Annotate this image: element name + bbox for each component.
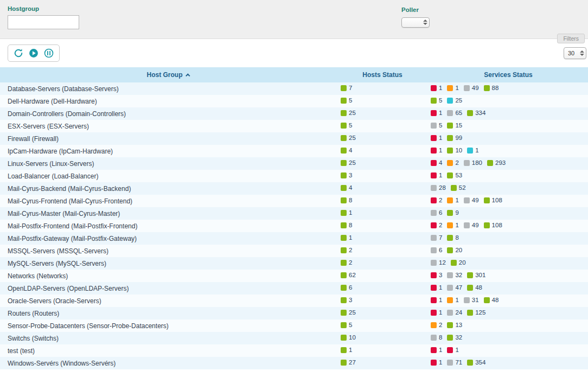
status-badge-red[interactable]: 1: [431, 147, 442, 153]
status-badge-green[interactable]: 5: [341, 122, 352, 129]
status-badge-green[interactable]: 1: [341, 347, 352, 353]
status-badge-red[interactable]: 4: [431, 159, 442, 166]
filters-button[interactable]: Filters: [557, 34, 585, 43]
status-badge-red[interactable]: 1: [431, 110, 442, 116]
status-badge-gray[interactable]: 31: [464, 297, 479, 303]
status-badge-green[interactable]: 125: [467, 309, 485, 316]
status-badge-orange[interactable]: 1: [447, 297, 458, 303]
status-badge-green[interactable]: 301: [467, 272, 485, 278]
status-badge-red[interactable]: 3: [431, 272, 442, 278]
hostgroup-name-link[interactable]: Firewall (Firewall): [0, 135, 336, 143]
hostgroup-name-link[interactable]: OpenLDAP-Servers (OpenLDAP-Servers): [0, 285, 336, 292]
hostgroup-name-link[interactable]: Mail-Postfix-Frontend (Mail-Postfix-Fron…: [0, 222, 336, 230]
hostgroup-name-link[interactable]: Mail-Cyrus-Frontend (Mail-Cyrus-Frontend…: [0, 197, 336, 205]
status-badge-cyan[interactable]: 1: [467, 147, 478, 153]
status-badge-green[interactable]: 25: [341, 135, 356, 141]
status-badge-red[interactable]: 1: [431, 135, 442, 141]
status-badge-green[interactable]: 15: [447, 122, 462, 129]
status-badge-green[interactable]: 32: [447, 334, 462, 341]
hostgroup-name-link[interactable]: Database-Servers (Database-Servers): [0, 85, 336, 93]
hostgroup-name-link[interactable]: Mail-Cyrus-Backend (Mail-Cyrus-Backend): [0, 185, 336, 193]
pause-icon[interactable]: [43, 48, 54, 59]
status-badge-green[interactable]: 25: [341, 309, 356, 316]
column-header-hostgroup[interactable]: Host Group: [0, 71, 336, 79]
status-badge-gray[interactable]: 12: [431, 259, 446, 266]
status-badge-green[interactable]: 8: [341, 197, 352, 203]
status-badge-green[interactable]: 99: [447, 135, 462, 141]
status-badge-green[interactable]: 1: [341, 209, 352, 216]
status-badge-orange[interactable]: 2: [431, 322, 442, 328]
status-badge-green[interactable]: 20: [447, 247, 462, 253]
status-badge-red[interactable]: 1: [431, 309, 442, 316]
column-header-hosts-status[interactable]: Hosts Status: [336, 71, 429, 79]
hostgroup-name-link[interactable]: Networks (Networks): [0, 272, 336, 280]
status-badge-gray[interactable]: 6: [431, 247, 442, 253]
hostgroup-name-link[interactable]: Linux-Servers (Linux-Servers): [0, 160, 336, 168]
status-badge-green[interactable]: 10: [341, 334, 356, 341]
status-badge-red[interactable]: 1: [431, 85, 442, 91]
status-badge-gray[interactable]: 24: [447, 309, 462, 316]
status-badge-green[interactable]: 62: [341, 272, 356, 278]
status-badge-green[interactable]: 2: [341, 259, 352, 266]
status-badge-green[interactable]: 48: [484, 297, 499, 303]
hostgroup-name-link[interactable]: Mail-Cyrus-Master (Mail-Cyrus-Master): [0, 210, 336, 218]
status-badge-green[interactable]: 334: [467, 110, 485, 116]
hostgroup-name-link[interactable]: IpCam-Hardware (IpCam-Hardware): [0, 148, 336, 155]
status-badge-green[interactable]: 5: [341, 97, 352, 104]
hostgroup-name-link[interactable]: ESX-Servers (ESX-Servers): [0, 123, 336, 130]
status-badge-orange[interactable]: 2: [447, 159, 458, 166]
status-badge-red[interactable]: 1: [447, 347, 458, 353]
hostgroup-name-link[interactable]: Domain-Controllers (Domain-Controllers): [0, 110, 336, 118]
hostgroup-name-link[interactable]: Dell-Hardware (Dell-Hardware): [0, 98, 336, 105]
status-badge-green[interactable]: 108: [484, 222, 502, 228]
status-badge-orange[interactable]: 1: [447, 197, 458, 203]
status-badge-green[interactable]: 25: [341, 159, 356, 166]
hostgroup-name-link[interactable]: Load-Balancer (Load-Balancer): [0, 172, 336, 180]
status-badge-red[interactable]: 2: [431, 222, 442, 228]
status-badge-green[interactable]: 52: [451, 184, 466, 191]
status-badge-red[interactable]: 2: [431, 197, 442, 203]
status-badge-gray[interactable]: 5: [431, 122, 442, 129]
status-badge-gray[interactable]: 47: [447, 284, 462, 291]
status-badge-gray[interactable]: 28: [431, 184, 446, 191]
hostgroup-input[interactable]: [8, 15, 79, 29]
status-badge-green[interactable]: 3: [341, 172, 352, 178]
status-badge-green[interactable]: 5: [341, 322, 352, 328]
status-badge-gray[interactable]: 7: [431, 234, 442, 241]
status-badge-green[interactable]: 3: [341, 297, 352, 303]
status-badge-red[interactable]: 1: [431, 359, 442, 366]
status-badge-gray[interactable]: 65: [447, 110, 462, 116]
hostgroup-name-link[interactable]: Windows-Servérs (Windows-Servérs): [0, 360, 336, 367]
poller-select[interactable]: [401, 17, 430, 28]
hostgroup-name-link[interactable]: Routers (Routers): [0, 310, 336, 317]
column-header-services-status[interactable]: Services Status: [429, 71, 588, 79]
hostgroup-name-link[interactable]: test (test): [0, 347, 336, 355]
status-badge-green[interactable]: 108: [484, 197, 502, 203]
status-badge-gray[interactable]: 6: [431, 209, 442, 216]
status-badge-gray[interactable]: 71: [447, 359, 462, 366]
hostgroup-name-link[interactable]: Switchs (Switchs): [0, 335, 336, 342]
status-badge-gray[interactable]: 32: [447, 272, 462, 278]
status-badge-green[interactable]: 6: [341, 284, 352, 291]
status-badge-orange[interactable]: 1: [447, 222, 458, 228]
status-badge-gray[interactable]: 180: [464, 159, 482, 166]
status-badge-green[interactable]: 8: [447, 234, 458, 241]
status-badge-orange[interactable]: 1: [447, 85, 458, 91]
status-badge-green[interactable]: 8: [341, 222, 352, 228]
hostgroup-name-link[interactable]: MSSQL-Servers (MSSQL-Servers): [0, 247, 336, 255]
hostgroup-name-link[interactable]: Oracle-Servers (Oracle-Servers): [0, 297, 336, 305]
status-badge-green[interactable]: 13: [447, 322, 462, 328]
status-badge-green[interactable]: 5: [431, 97, 442, 104]
status-badge-red[interactable]: 1: [431, 172, 442, 178]
hostgroup-name-link[interactable]: MySQL-Servers (MySQL-Servers): [0, 260, 336, 267]
status-badge-green[interactable]: 9: [447, 209, 458, 216]
status-badge-green[interactable]: 4: [341, 147, 352, 153]
play-icon[interactable]: [28, 48, 39, 59]
status-badge-gray[interactable]: 49: [464, 222, 479, 228]
status-badge-red[interactable]: 1: [431, 347, 442, 353]
refresh-icon[interactable]: [13, 48, 24, 59]
status-badge-green[interactable]: 354: [467, 359, 485, 366]
status-badge-red[interactable]: 1: [431, 284, 442, 291]
hostgroup-name-link[interactable]: Sensor-Probe-Datacenters (Sensor-Probe-D…: [0, 322, 336, 330]
hostgroup-name-link[interactable]: Mail-Postfix-Gateway (Mail-Postfix-Gatew…: [0, 235, 336, 242]
